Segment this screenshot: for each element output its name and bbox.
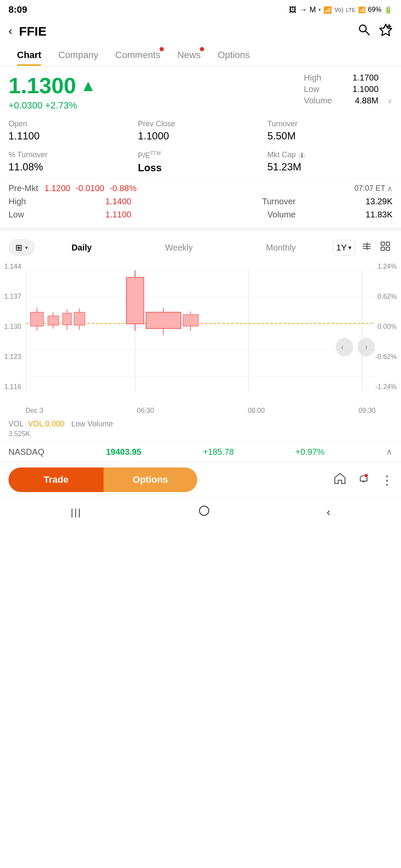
svg-rect-11 [386, 247, 390, 250]
current-price: 1.1300 ▲ [8, 73, 96, 98]
svg-rect-8 [381, 242, 384, 245]
svg-rect-25 [48, 316, 59, 325]
volume-info-row: VOL VOL:0.000 Low Volume [0, 416, 401, 430]
price-right: High 1.1700 Low 1.1000 Volume 4.88M ∨ [304, 73, 393, 106]
price-change: +0.0300 +2.73% [8, 100, 96, 111]
signal-icon: Vo) [334, 6, 343, 13]
bars-icon: 📶 [358, 6, 365, 13]
lte-icon: LTE [346, 7, 356, 13]
header-left: ‹ FFIE [8, 24, 47, 39]
price-chart: ‹ › [4, 261, 397, 405]
more-options-icon[interactable]: ⋮ [381, 473, 393, 487]
volume-amount-row: 3.525K [0, 430, 401, 441]
candlestick-icon: ⊞ [15, 242, 22, 253]
search-icon[interactable] [358, 23, 370, 39]
svg-point-49 [199, 506, 209, 515]
svg-rect-10 [381, 247, 384, 250]
system-home-button[interactable] [198, 504, 210, 520]
scroll-down-icon: ∨ [387, 96, 393, 106]
tab-chart[interactable]: Chart [8, 44, 50, 66]
expand-icon[interactable]: ∧ [387, 184, 393, 193]
low-volume-badge: Low Volume [71, 420, 113, 428]
status-icons: 🖼 → M • 📶 Vo) LTE 📶 69% 🔋 [289, 6, 393, 14]
chart-range-button[interactable]: 1Y ▾ [333, 240, 355, 256]
chart-container[interactable]: ‹ › 1.144 1.137 1.130 1.123 1.116 1.24% … [4, 261, 397, 405]
svg-rect-22 [31, 312, 44, 326]
system-menu-button[interactable]: ||| [71, 507, 82, 518]
range-dropdown-icon: ▾ [348, 244, 351, 251]
tab-bar: Chart Company Comments News Options [0, 44, 401, 66]
info-open: Open 1.1100 [8, 120, 134, 142]
chart-y-labels-right: 1.24% 0.62% 0.00% -0.62% -1.24% [375, 261, 397, 392]
info-turnover: Turnover 5.50M [267, 120, 393, 142]
chart-y-labels-left: 1.144 1.137 1.130 1.123 1.116 [4, 261, 21, 392]
svg-rect-40 [183, 314, 198, 326]
info-pe: P/ETTM Loss [138, 150, 263, 174]
chart-controls: ⊞ ▾ Daily Weekly Monthly 1Y ▾ [0, 234, 401, 261]
info-mkt-cap: Mkt Cap ℹ 51.23M [267, 150, 393, 174]
svg-rect-37 [146, 312, 181, 328]
chart-tools [359, 239, 393, 256]
pre-market-section: Pre-Mkt 1.1200 -0.0100 -0.88% 07:07 ET ∧… [0, 179, 401, 224]
section-divider [0, 227, 401, 231]
svg-point-48 [365, 474, 368, 477]
chart-period-tabs: Daily Weekly Monthly [35, 240, 333, 255]
bottom-nav: Trade Options ⋮ [0, 462, 401, 497]
pre-market-details: High 1.1400 Turnover 13.29K Low 1.1100 V… [8, 197, 393, 220]
notifications-icon[interactable] [357, 472, 370, 488]
nasdaq-bar[interactable]: NASDAQ 19403.95 +185.78 +0.97% ∧ [0, 441, 401, 462]
tab-options[interactable]: Options [209, 44, 258, 66]
tab-news[interactable]: News [169, 44, 209, 66]
period-monthly[interactable]: Monthly [262, 240, 300, 255]
stat-high: High 1.1700 [304, 73, 393, 83]
dot-icon: • [318, 6, 321, 14]
info-pct-turnover: % Turnover 11.08% [8, 150, 134, 174]
photo-icon: 🖼 [289, 6, 297, 14]
news-notification-dot [200, 47, 204, 51]
pre-market-header: Pre-Mkt 1.1200 -0.0100 -0.88% 07:07 ET ∧ [8, 184, 393, 193]
svg-point-43 [336, 338, 353, 356]
back-button[interactable]: ‹ [8, 25, 12, 38]
options-button[interactable]: Options [104, 467, 197, 492]
bottom-icons: ⋮ [204, 472, 393, 488]
chart-type-button[interactable]: ⊞ ▾ [8, 239, 35, 256]
svg-rect-34 [126, 277, 144, 324]
price-up-arrow: ▲ [80, 77, 96, 95]
home-icon[interactable] [333, 472, 347, 488]
info-grid: Open 1.1100 Prev Close 1.1000 Turnover 5… [0, 114, 401, 179]
tab-company[interactable]: Company [50, 44, 107, 66]
chart-area: ‹ › 1.144 1.137 1.130 1.123 1.116 1.24% … [0, 261, 401, 416]
stat-volume: Volume 4.88M ∨ [304, 96, 393, 106]
price-left: 1.1300 ▲ +0.0300 +2.73% [8, 73, 96, 111]
tab-comments[interactable]: Comments [107, 44, 169, 66]
wifi-icon: 📶 [323, 6, 332, 14]
svg-point-0 [359, 25, 366, 32]
system-back-button[interactable]: ‹ [327, 506, 331, 519]
app-header: ‹ FFIE [0, 19, 401, 44]
header-right [358, 23, 393, 39]
svg-text:‹: ‹ [341, 342, 343, 352]
chart-indicators-tool[interactable] [378, 239, 393, 256]
price-section: 1.1300 ▲ +0.0300 +2.73% High 1.1700 Low … [0, 66, 401, 114]
svg-rect-31 [74, 312, 85, 326]
svg-line-1 [366, 31, 370, 35]
ticker-title: FFIE [19, 24, 47, 39]
nasdaq-expand-icon[interactable]: ∧ [386, 447, 393, 457]
period-daily[interactable]: Daily [67, 240, 96, 255]
info-prev-close: Prev Close 1.1000 [138, 120, 263, 142]
mail-icon: M [309, 6, 316, 14]
trade-options-group: Trade Options [8, 467, 197, 492]
watchlist-add-icon[interactable] [379, 23, 393, 39]
svg-rect-28 [63, 313, 72, 325]
svg-text:›: › [365, 342, 367, 352]
chart-compare-tool[interactable] [359, 239, 374, 256]
system-nav: ||| ‹ [0, 497, 401, 527]
svg-rect-9 [386, 242, 390, 245]
cast-icon: → [299, 6, 307, 14]
battery-icon: 🔋 [384, 6, 393, 14]
pre-market-time: 07:07 ET ∧ [354, 184, 393, 193]
pre-market-left: Pre-Mkt 1.1200 -0.0100 -0.88% [8, 184, 137, 193]
period-weekly[interactable]: Weekly [161, 240, 197, 255]
battery-text: 69% [368, 6, 381, 14]
trade-button[interactable]: Trade [8, 467, 104, 492]
